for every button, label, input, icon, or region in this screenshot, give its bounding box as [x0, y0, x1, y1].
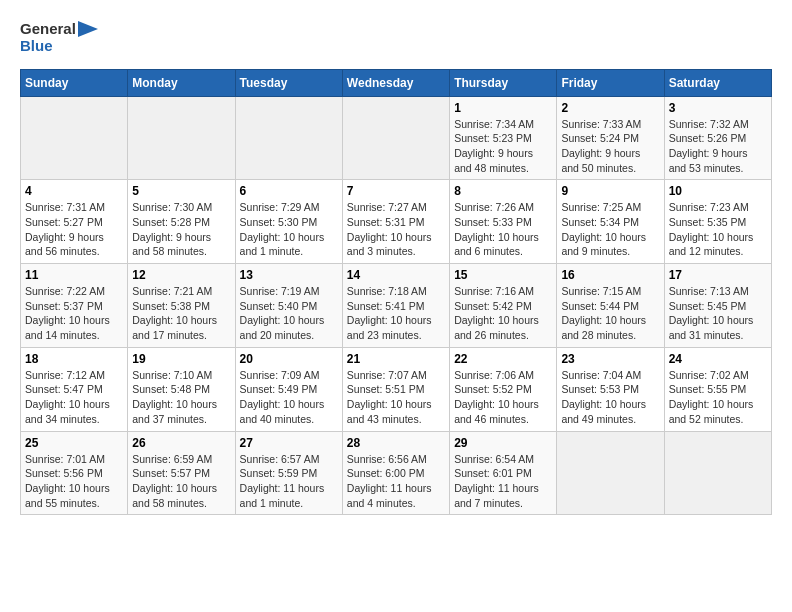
- logo: General Blue: [20, 20, 98, 55]
- calendar-cell: 7Sunrise: 7:27 AMSunset: 5:31 PMDaylight…: [342, 180, 449, 264]
- day-info-line: Sunset: 5:55 PM: [669, 382, 767, 397]
- day-info-line: Sunrise: 7:09 AM: [240, 368, 338, 383]
- day-number: 6: [240, 184, 338, 198]
- day-info-line: Sunset: 5:34 PM: [561, 215, 659, 230]
- calendar-cell: 16Sunrise: 7:15 AMSunset: 5:44 PMDayligh…: [557, 264, 664, 348]
- calendar-cell: 20Sunrise: 7:09 AMSunset: 5:49 PMDayligh…: [235, 347, 342, 431]
- day-info-line: Daylight: 9 hours and 58 minutes.: [132, 230, 230, 259]
- day-info-line: Sunrise: 7:29 AM: [240, 200, 338, 215]
- day-info-line: Daylight: 9 hours and 53 minutes.: [669, 146, 767, 175]
- day-number: 24: [669, 352, 767, 366]
- day-info-line: Sunset: 5:37 PM: [25, 299, 123, 314]
- day-info-line: Daylight: 10 hours and 49 minutes.: [561, 397, 659, 426]
- calendar-cell: 28Sunrise: 6:56 AMSunset: 6:00 PMDayligh…: [342, 431, 449, 515]
- day-info-line: Sunset: 5:48 PM: [132, 382, 230, 397]
- weekday-header: Saturday: [664, 69, 771, 96]
- day-info-line: Sunrise: 7:16 AM: [454, 284, 552, 299]
- calendar-cell: 14Sunrise: 7:18 AMSunset: 5:41 PMDayligh…: [342, 264, 449, 348]
- calendar-cell: [664, 431, 771, 515]
- calendar-body: 1Sunrise: 7:34 AMSunset: 5:23 PMDaylight…: [21, 96, 772, 515]
- day-number: 23: [561, 352, 659, 366]
- day-info-line: Sunrise: 7:33 AM: [561, 117, 659, 132]
- weekday-header: Monday: [128, 69, 235, 96]
- day-info-line: Sunset: 5:42 PM: [454, 299, 552, 314]
- day-info-line: Sunset: 5:59 PM: [240, 466, 338, 481]
- day-number: 25: [25, 436, 123, 450]
- calendar-cell: 21Sunrise: 7:07 AMSunset: 5:51 PMDayligh…: [342, 347, 449, 431]
- calendar-cell: 17Sunrise: 7:13 AMSunset: 5:45 PMDayligh…: [664, 264, 771, 348]
- day-info-line: Sunrise: 7:01 AM: [25, 452, 123, 467]
- day-info-line: Sunset: 5:51 PM: [347, 382, 445, 397]
- weekday-header: Sunday: [21, 69, 128, 96]
- calendar-cell: 1Sunrise: 7:34 AMSunset: 5:23 PMDaylight…: [450, 96, 557, 180]
- day-info-line: Daylight: 10 hours and 37 minutes.: [132, 397, 230, 426]
- day-info-line: Daylight: 10 hours and 43 minutes.: [347, 397, 445, 426]
- calendar-cell: 10Sunrise: 7:23 AMSunset: 5:35 PMDayligh…: [664, 180, 771, 264]
- day-info-line: Sunrise: 7:30 AM: [132, 200, 230, 215]
- calendar-cell: 25Sunrise: 7:01 AMSunset: 5:56 PMDayligh…: [21, 431, 128, 515]
- calendar-cell: 26Sunrise: 6:59 AMSunset: 5:57 PMDayligh…: [128, 431, 235, 515]
- logo-blue: Blue: [20, 37, 76, 54]
- day-info-line: Sunrise: 7:25 AM: [561, 200, 659, 215]
- day-number: 22: [454, 352, 552, 366]
- day-info-line: Daylight: 10 hours and 34 minutes.: [25, 397, 123, 426]
- day-info-line: Sunrise: 7:04 AM: [561, 368, 659, 383]
- calendar-cell: 24Sunrise: 7:02 AMSunset: 5:55 PMDayligh…: [664, 347, 771, 431]
- day-info-line: Sunset: 6:01 PM: [454, 466, 552, 481]
- day-info-line: Daylight: 9 hours and 50 minutes.: [561, 146, 659, 175]
- weekday-header: Wednesday: [342, 69, 449, 96]
- calendar-cell: [342, 96, 449, 180]
- day-number: 20: [240, 352, 338, 366]
- day-info-line: Daylight: 10 hours and 58 minutes.: [132, 481, 230, 510]
- calendar-table: SundayMondayTuesdayWednesdayThursdayFrid…: [20, 69, 772, 516]
- logo-flag-icon: [78, 21, 98, 49]
- day-info-line: Sunrise: 7:34 AM: [454, 117, 552, 132]
- calendar-cell: 15Sunrise: 7:16 AMSunset: 5:42 PMDayligh…: [450, 264, 557, 348]
- weekday-header: Thursday: [450, 69, 557, 96]
- day-info-line: Sunrise: 7:07 AM: [347, 368, 445, 383]
- day-info-line: Sunset: 5:57 PM: [132, 466, 230, 481]
- calendar-cell: 2Sunrise: 7:33 AMSunset: 5:24 PMDaylight…: [557, 96, 664, 180]
- day-info-line: Sunset: 5:27 PM: [25, 215, 123, 230]
- day-number: 11: [25, 268, 123, 282]
- calendar-cell: 29Sunrise: 6:54 AMSunset: 6:01 PMDayligh…: [450, 431, 557, 515]
- day-info-line: Sunset: 5:41 PM: [347, 299, 445, 314]
- day-info-line: Daylight: 10 hours and 1 minute.: [240, 230, 338, 259]
- calendar-cell: 4Sunrise: 7:31 AMSunset: 5:27 PMDaylight…: [21, 180, 128, 264]
- day-info-line: Sunrise: 7:18 AM: [347, 284, 445, 299]
- day-number: 17: [669, 268, 767, 282]
- day-info-line: Daylight: 10 hours and 9 minutes.: [561, 230, 659, 259]
- calendar-cell: 3Sunrise: 7:32 AMSunset: 5:26 PMDaylight…: [664, 96, 771, 180]
- day-number: 12: [132, 268, 230, 282]
- logo-wrapper: General Blue: [20, 20, 98, 55]
- day-number: 5: [132, 184, 230, 198]
- calendar-week-row: 18Sunrise: 7:12 AMSunset: 5:47 PMDayligh…: [21, 347, 772, 431]
- day-number: 26: [132, 436, 230, 450]
- calendar-cell: 12Sunrise: 7:21 AMSunset: 5:38 PMDayligh…: [128, 264, 235, 348]
- calendar-cell: 11Sunrise: 7:22 AMSunset: 5:37 PMDayligh…: [21, 264, 128, 348]
- day-info-line: Sunset: 5:38 PM: [132, 299, 230, 314]
- day-number: 14: [347, 268, 445, 282]
- day-info-line: Daylight: 9 hours and 48 minutes.: [454, 146, 552, 175]
- day-info-line: Sunset: 5:47 PM: [25, 382, 123, 397]
- weekday-row: SundayMondayTuesdayWednesdayThursdayFrid…: [21, 69, 772, 96]
- day-info-line: Sunrise: 7:21 AM: [132, 284, 230, 299]
- calendar-cell: 27Sunrise: 6:57 AMSunset: 5:59 PMDayligh…: [235, 431, 342, 515]
- day-number: 28: [347, 436, 445, 450]
- day-number: 8: [454, 184, 552, 198]
- weekday-header: Friday: [557, 69, 664, 96]
- day-info-line: Daylight: 10 hours and 46 minutes.: [454, 397, 552, 426]
- day-info-line: Sunset: 5:56 PM: [25, 466, 123, 481]
- calendar-cell: [128, 96, 235, 180]
- day-info-line: Sunset: 5:44 PM: [561, 299, 659, 314]
- day-info-line: Sunrise: 7:26 AM: [454, 200, 552, 215]
- day-info-line: Daylight: 11 hours and 7 minutes.: [454, 481, 552, 510]
- weekday-header: Tuesday: [235, 69, 342, 96]
- day-info-line: Sunrise: 6:59 AM: [132, 452, 230, 467]
- day-info-line: Sunset: 5:52 PM: [454, 382, 552, 397]
- day-info-line: Sunrise: 7:32 AM: [669, 117, 767, 132]
- page-header: General Blue General Blue: [20, 20, 772, 55]
- svg-marker-0: [78, 21, 98, 37]
- day-number: 27: [240, 436, 338, 450]
- day-info-line: Daylight: 10 hours and 14 minutes.: [25, 313, 123, 342]
